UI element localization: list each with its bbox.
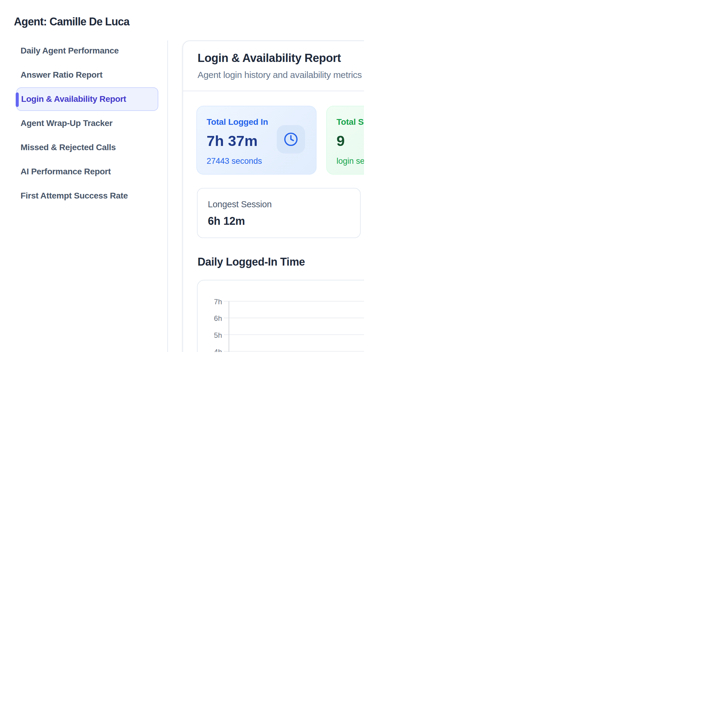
svg-text:5h: 5h (214, 331, 222, 339)
svg-text:4h: 4h (214, 348, 222, 352)
svg-text:7h: 7h (214, 298, 222, 306)
svg-text:6h: 6h (214, 314, 222, 322)
